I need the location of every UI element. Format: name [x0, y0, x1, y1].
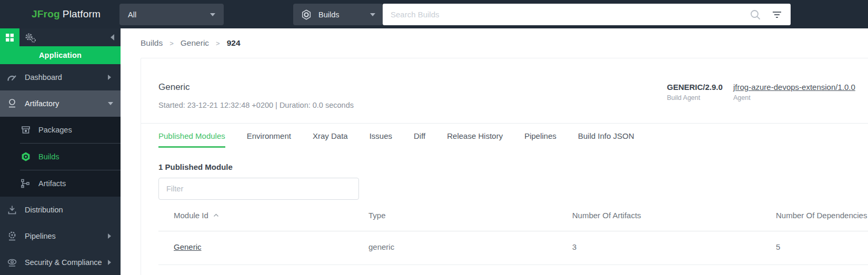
- build-tabs: Published Modules Environment Xray Data …: [141, 123, 868, 148]
- collapse-sidebar-icon[interactable]: [111, 34, 114, 40]
- modules-table: Module Id Type Number Of Artifacts Numbe…: [158, 206, 868, 265]
- sidebar-item-label: Dashboard: [25, 73, 62, 82]
- breadcrumb: Builds > Generic > 924: [141, 28, 241, 58]
- tab-xray-data[interactable]: Xray Data: [313, 124, 348, 148]
- apps-tab[interactable]: [0, 28, 19, 46]
- entity-dropdown[interactable]: Builds: [293, 4, 383, 25]
- chevron-right-icon: [108, 75, 111, 80]
- tab-issues[interactable]: Issues: [370, 124, 392, 148]
- search-bar: [383, 4, 791, 25]
- breadcrumb-generic[interactable]: Generic: [181, 38, 209, 48]
- filter-icon[interactable]: [772, 10, 782, 19]
- breadcrumb-current: 924: [227, 38, 241, 48]
- sidebar-item-label: Security & Compliance: [25, 258, 102, 267]
- module-type-cell: generic: [353, 231, 557, 265]
- build-agent-value: GENERIC/2.9.0: [667, 83, 723, 92]
- main-content: Builds > Generic > 924 Generic Started: …: [121, 28, 868, 275]
- tab-pipelines[interactable]: Pipelines: [524, 124, 556, 148]
- scope-dropdown[interactable]: All: [119, 4, 224, 25]
- sidebar: Application Dashboard Artifactory: [0, 28, 121, 275]
- search-input[interactable]: [383, 4, 750, 25]
- builds-icon: [20, 151, 31, 162]
- sidebar-item-pipelines[interactable]: Pipelines: [0, 223, 121, 249]
- breadcrumb-separator: >: [169, 39, 174, 47]
- sidebar-item-packages[interactable]: Packages: [0, 117, 121, 143]
- sidebar-item-dashboard[interactable]: Dashboard: [0, 64, 121, 90]
- sidebar-item-distribution[interactable]: Distribution: [0, 197, 121, 223]
- distribution-icon: [6, 205, 17, 215]
- module-id-link[interactable]: Generic: [174, 242, 202, 251]
- caret-down-icon: [370, 13, 375, 16]
- chevron-right-icon: [108, 260, 111, 265]
- module-row-generic[interactable]: Generic generic 3 5: [158, 231, 868, 265]
- tab-release-history[interactable]: Release History: [447, 124, 503, 148]
- agent-label: Agent: [733, 94, 855, 101]
- column-header-type[interactable]: Type: [353, 206, 557, 231]
- sidebar-item-artifactory[interactable]: Artifactory: [0, 90, 121, 117]
- build-started-duration: Started: 23-12-21 12:32:48 +0200 | Durat…: [158, 101, 354, 109]
- sidebar-menu: Dashboard Artifactory: [0, 64, 121, 275]
- published-modules-count: 1 Published Module: [158, 162, 233, 171]
- logo-product-text: Platform: [63, 8, 101, 20]
- security-eye-icon: [6, 258, 17, 268]
- breadcrumb-separator: >: [216, 39, 220, 47]
- sidebar-item-label: Artifactory: [25, 99, 59, 108]
- sidebar-top-strip: [0, 28, 121, 46]
- scope-dropdown-value: All: [128, 11, 136, 19]
- sidebar-item-label: Packages: [38, 126, 72, 134]
- sort-asc-icon: [213, 213, 219, 217]
- column-header-number-of-dependencies[interactable]: Number Of Dependencies: [761, 206, 868, 231]
- tab-environment[interactable]: Environment: [247, 124, 291, 148]
- application-section-label: Application: [39, 51, 82, 59]
- agent-value[interactable]: jfrog-azure-devops-extension/1.0.0: [733, 83, 855, 92]
- build-agent-label: Build Agent: [667, 94, 723, 101]
- apps-grid-icon: [6, 34, 14, 42]
- sidebar-item-label: Artifacts: [38, 179, 66, 188]
- caret-down-icon: [210, 13, 215, 16]
- tab-published-modules[interactable]: Published Modules: [158, 124, 225, 148]
- module-dependencies-cell: 5: [761, 231, 868, 265]
- build-title: Generic: [158, 82, 190, 93]
- search-icon[interactable]: [750, 9, 761, 21]
- caret-down-icon: [108, 102, 113, 105]
- column-header-module-id[interactable]: Module Id: [158, 206, 353, 231]
- tab-build-info-json[interactable]: Build Info JSON: [578, 124, 634, 148]
- artifactory-icon: [6, 98, 17, 109]
- builds-hex-icon: [301, 9, 312, 21]
- packages-icon: [20, 125, 31, 135]
- dashboard-icon: [6, 73, 17, 82]
- artifactory-submenu: Packages Builds: [0, 117, 121, 197]
- column-label: Module Id: [174, 211, 208, 220]
- chevron-right-icon: [108, 233, 111, 239]
- artifacts-icon: [20, 179, 31, 188]
- settings-gears-icon[interactable]: [24, 33, 38, 43]
- application-section-header[interactable]: Application: [0, 46, 121, 64]
- breadcrumb-builds[interactable]: Builds: [141, 38, 163, 48]
- logo-brand-text: JFrog: [32, 8, 60, 20]
- top-bar: JFrog Platform All Builds: [0, 0, 868, 28]
- entity-dropdown-value: Builds: [318, 11, 340, 19]
- pipelines-icon: [6, 231, 17, 241]
- build-agent-block: GENERIC/2.9.0 Build Agent: [667, 83, 723, 101]
- column-header-number-of-artifacts[interactable]: Number Of Artifacts: [557, 206, 761, 231]
- modules-table-header-row: Module Id Type Number Of Artifacts Numbe…: [158, 206, 868, 231]
- sidebar-item-label: Pipelines: [25, 232, 56, 240]
- sidebar-item-artifacts[interactable]: Artifacts: [0, 170, 121, 197]
- tab-diff[interactable]: Diff: [414, 124, 425, 148]
- sidebar-item-builds[interactable]: Builds: [0, 144, 121, 170]
- module-artifacts-cell: 3: [557, 231, 761, 265]
- build-details-card: Generic Started: 23-12-21 12:32:48 +0200…: [141, 58, 868, 275]
- sidebar-item-security-compliance[interactable]: Security & Compliance: [0, 249, 121, 275]
- sidebar-item-label: Distribution: [25, 206, 63, 214]
- agent-block: jfrog-azure-devops-extension/1.0.0 Agent: [733, 83, 855, 101]
- modules-filter-input[interactable]: [158, 178, 359, 200]
- sidebar-item-label: Builds: [38, 152, 59, 161]
- jfrog-logo[interactable]: JFrog Platform: [32, 0, 101, 28]
